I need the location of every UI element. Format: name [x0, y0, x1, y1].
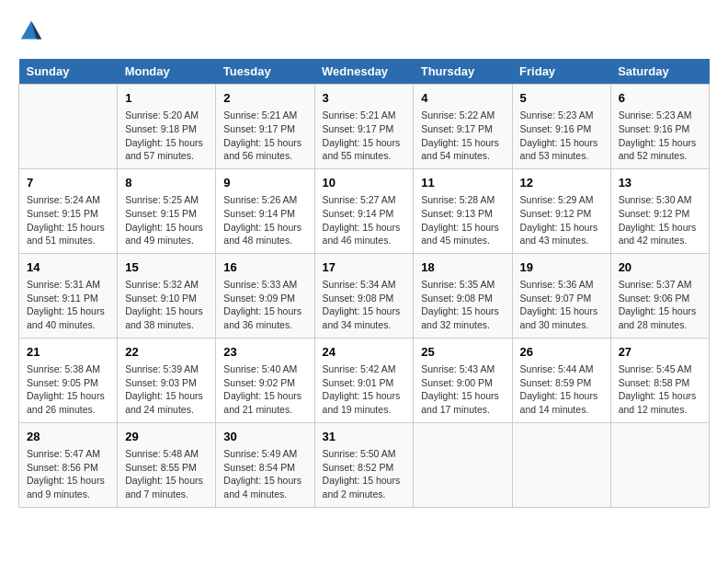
calendar-cell: 29 Sunrise: 5:48 AM Sunset: 8:55 PM Dayl… [118, 422, 216, 507]
sunrise-text: Sunrise: 5:22 AM [421, 109, 504, 122]
calendar-cell: 26 Sunrise: 5:44 AM Sunset: 8:59 PM Dayl… [512, 338, 610, 422]
column-header-sunday: Sunday [19, 59, 118, 85]
daylight-text: Daylight: 15 hours and 43 minutes. [520, 221, 603, 247]
day-number: 15 [125, 259, 208, 276]
daylight-text: Daylight: 15 hours and 52 minutes. [619, 136, 701, 163]
daylight-text: Daylight: 15 hours and 46 minutes. [323, 221, 406, 247]
day-number: 20 [619, 259, 701, 276]
calendar-cell: 28 Sunrise: 5:47 AM Sunset: 8:56 PM Dayl… [19, 422, 118, 507]
sunrise-text: Sunrise: 5:37 AM [619, 278, 701, 292]
cell-content: Sunrise: 5:23 AM Sunset: 9:16 PM Dayligh… [520, 109, 603, 163]
sunset-text: Sunset: 9:05 PM [27, 376, 109, 390]
sunrise-text: Sunrise: 5:30 AM [619, 193, 701, 207]
cell-content: Sunrise: 5:26 AM Sunset: 9:14 PM Dayligh… [223, 193, 306, 247]
sunrise-text: Sunrise: 5:33 AM [223, 278, 306, 292]
day-number: 1 [125, 90, 208, 107]
sunrise-text: Sunrise: 5:21 AM [223, 109, 306, 122]
sunrise-text: Sunrise: 5:28 AM [421, 193, 504, 207]
sunset-text: Sunset: 9:11 PM [27, 292, 109, 305]
sunset-text: Sunset: 9:17 PM [323, 122, 406, 136]
sunrise-text: Sunrise: 5:32 AM [125, 278, 208, 292]
cell-content: Sunrise: 5:31 AM Sunset: 9:11 PM Dayligh… [27, 278, 109, 332]
sunset-text: Sunset: 9:08 PM [323, 292, 406, 305]
cell-content: Sunrise: 5:20 AM Sunset: 9:18 PM Dayligh… [125, 109, 208, 163]
sunset-text: Sunset: 9:02 PM [223, 376, 306, 390]
cell-content: Sunrise: 5:22 AM Sunset: 9:17 PM Dayligh… [421, 109, 504, 163]
sunset-text: Sunset: 8:58 PM [619, 376, 701, 390]
column-header-friday: Friday [512, 59, 610, 85]
sunset-text: Sunset: 9:16 PM [619, 122, 701, 136]
sunset-text: Sunset: 8:56 PM [27, 461, 109, 475]
sunrise-text: Sunrise: 5:50 AM [323, 447, 406, 461]
day-number: 12 [520, 175, 603, 191]
daylight-text: Daylight: 15 hours and 24 minutes. [125, 389, 208, 416]
day-number: 21 [27, 344, 109, 361]
cell-content: Sunrise: 5:23 AM Sunset: 9:16 PM Dayligh… [619, 109, 701, 163]
day-number: 10 [323, 175, 406, 191]
day-number: 19 [520, 259, 603, 276]
day-number: 18 [421, 259, 504, 276]
calendar-cell: 31 Sunrise: 5:50 AM Sunset: 8:52 PM Dayl… [314, 422, 414, 507]
day-number: 24 [323, 344, 406, 361]
day-number: 25 [421, 344, 504, 361]
sunrise-text: Sunrise: 5:20 AM [125, 109, 208, 122]
cell-content: Sunrise: 5:21 AM Sunset: 9:17 PM Dayligh… [223, 109, 306, 163]
daylight-text: Daylight: 15 hours and 28 minutes. [619, 304, 701, 331]
cell-content: Sunrise: 5:36 AM Sunset: 9:07 PM Dayligh… [520, 278, 603, 332]
day-number: 29 [125, 429, 208, 445]
day-number: 23 [223, 344, 306, 361]
sunset-text: Sunset: 9:12 PM [619, 207, 701, 221]
sunrise-text: Sunrise: 5:38 AM [27, 362, 109, 376]
calendar-cell: 4 Sunrise: 5:22 AM Sunset: 9:17 PM Dayli… [414, 85, 512, 169]
day-number: 8 [125, 175, 208, 191]
week-row-1: 1 Sunrise: 5:20 AM Sunset: 9:18 PM Dayli… [19, 85, 710, 169]
cell-content: Sunrise: 5:25 AM Sunset: 9:15 PM Dayligh… [125, 193, 208, 247]
week-row-5: 28 Sunrise: 5:47 AM Sunset: 8:56 PM Dayl… [19, 422, 710, 507]
sunset-text: Sunset: 9:15 PM [125, 207, 208, 221]
sunset-text: Sunset: 8:59 PM [520, 376, 603, 390]
daylight-text: Daylight: 15 hours and 17 minutes. [421, 389, 504, 416]
sunset-text: Sunset: 9:06 PM [619, 292, 701, 305]
calendar-cell: 17 Sunrise: 5:34 AM Sunset: 9:08 PM Dayl… [314, 253, 414, 338]
day-number: 22 [125, 344, 208, 361]
day-number: 27 [619, 344, 701, 361]
sunset-text: Sunset: 9:09 PM [223, 292, 306, 305]
sunset-text: Sunset: 9:03 PM [125, 376, 208, 390]
calendar-header-row: SundayMondayTuesdayWednesdayThursdayFrid… [19, 59, 710, 85]
sunrise-text: Sunrise: 5:21 AM [323, 109, 406, 122]
daylight-text: Daylight: 15 hours and 36 minutes. [223, 304, 306, 331]
calendar-cell: 3 Sunrise: 5:21 AM Sunset: 9:17 PM Dayli… [314, 85, 414, 169]
calendar-cell: 1 Sunrise: 5:20 AM Sunset: 9:18 PM Dayli… [118, 85, 216, 169]
calendar-cell: 8 Sunrise: 5:25 AM Sunset: 9:15 PM Dayli… [118, 168, 216, 253]
cell-content: Sunrise: 5:38 AM Sunset: 9:05 PM Dayligh… [27, 362, 109, 417]
sunset-text: Sunset: 9:18 PM [125, 122, 208, 136]
calendar-cell: 11 Sunrise: 5:28 AM Sunset: 9:13 PM Dayl… [414, 168, 512, 253]
calendar-cell: 14 Sunrise: 5:31 AM Sunset: 9:11 PM Dayl… [19, 253, 118, 338]
cell-content: Sunrise: 5:34 AM Sunset: 9:08 PM Dayligh… [323, 278, 406, 332]
calendar-cell: 30 Sunrise: 5:49 AM Sunset: 8:54 PM Dayl… [216, 422, 314, 507]
cell-content: Sunrise: 5:29 AM Sunset: 9:12 PM Dayligh… [520, 193, 603, 247]
day-number: 11 [421, 175, 504, 191]
daylight-text: Daylight: 15 hours and 26 minutes. [27, 389, 109, 416]
day-number: 2 [223, 90, 306, 107]
day-number: 9 [223, 175, 306, 191]
sunrise-text: Sunrise: 5:44 AM [520, 362, 603, 376]
calendar-cell [610, 422, 709, 507]
cell-content: Sunrise: 5:33 AM Sunset: 9:09 PM Dayligh… [223, 278, 306, 332]
daylight-text: Daylight: 15 hours and 45 minutes. [421, 221, 504, 247]
cell-content: Sunrise: 5:45 AM Sunset: 8:58 PM Dayligh… [619, 362, 701, 417]
cell-content: Sunrise: 5:50 AM Sunset: 8:52 PM Dayligh… [323, 447, 406, 501]
sunset-text: Sunset: 9:15 PM [27, 207, 109, 221]
daylight-text: Daylight: 15 hours and 56 minutes. [223, 136, 306, 163]
calendar-table: SundayMondayTuesdayWednesdayThursdayFrid… [18, 59, 710, 508]
cell-content: Sunrise: 5:43 AM Sunset: 9:00 PM Dayligh… [421, 362, 504, 417]
calendar-cell: 24 Sunrise: 5:42 AM Sunset: 9:01 PM Dayl… [314, 338, 414, 422]
sunset-text: Sunset: 9:17 PM [223, 122, 306, 136]
day-number: 14 [27, 259, 109, 276]
column-header-monday: Monday [118, 59, 216, 85]
calendar-cell: 5 Sunrise: 5:23 AM Sunset: 9:16 PM Dayli… [512, 85, 610, 169]
page-header [18, 18, 710, 44]
sunrise-text: Sunrise: 5:29 AM [520, 193, 603, 207]
day-number: 26 [520, 344, 603, 361]
cell-content: Sunrise: 5:40 AM Sunset: 9:02 PM Dayligh… [223, 362, 306, 417]
